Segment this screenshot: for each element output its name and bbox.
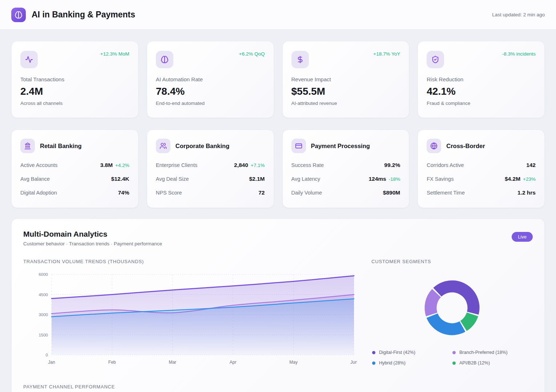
metric-row: Avg Latency 124ms-18% bbox=[291, 172, 400, 186]
metric-label: Settlement Time bbox=[427, 190, 465, 196]
customer-segments-donut-chart bbox=[371, 271, 533, 345]
domain-card-cross-border: Cross-Border Corridors Active 142 FX Sav… bbox=[418, 130, 545, 208]
metric-label: Success Rate bbox=[291, 162, 324, 168]
kpi-delta: +6.2% QoQ bbox=[239, 51, 265, 57]
kpi-row: +12.3% MoM Total Transactions 2.4M Acros… bbox=[11, 41, 545, 118]
page-title: AI in Banking & Payments bbox=[32, 10, 135, 20]
kpi-card-risk-reduction: -8.3% incidents Risk Reduction 42.1% Fra… bbox=[418, 41, 545, 118]
domain-card-retail-banking: Retail Banking Active Accounts 3.8M+4.2%… bbox=[11, 130, 138, 208]
legend-item: Hybrid (28%) bbox=[372, 360, 452, 366]
metric-value: 2,840 bbox=[234, 162, 248, 168]
kpi-label: AI Automation Rate bbox=[156, 76, 265, 82]
metric-value: 3.8M bbox=[100, 162, 113, 168]
metric-delta: -18% bbox=[389, 176, 400, 182]
kpi-value: 42.1% bbox=[427, 86, 536, 97]
metric-value: 124ms bbox=[368, 176, 386, 182]
activity-icon bbox=[20, 51, 38, 68]
metric-label: Enterprise Clients bbox=[156, 162, 197, 168]
metric-row: Settlement Time 1.2 hrs bbox=[427, 186, 536, 200]
last-updated-text: Last updated: 2 min ago bbox=[492, 12, 545, 17]
metric-delta: +7.1% bbox=[251, 163, 265, 168]
svg-text:Jun: Jun bbox=[350, 360, 357, 365]
dollar-icon bbox=[291, 51, 309, 68]
domain-card-corporate-banking: Corporate Banking Enterprise Clients 2,8… bbox=[147, 130, 274, 208]
metric-row: Success Rate 99.2% bbox=[291, 158, 400, 172]
svg-text:1500: 1500 bbox=[39, 333, 48, 337]
metric-label: Avg Latency bbox=[291, 176, 321, 182]
brain-icon bbox=[156, 51, 173, 68]
metric-delta: +23% bbox=[523, 176, 536, 182]
segments-legend: Digital-First (42%) Branch-Preferred (18… bbox=[371, 350, 533, 366]
domain-row: Retail Banking Active Accounts 3.8M+4.2%… bbox=[11, 130, 545, 208]
donut-chart-section-title: CUSTOMER SEGMENTS bbox=[371, 259, 533, 264]
metric-value: 1.2 hrs bbox=[517, 189, 536, 196]
metric-label: Corridors Active bbox=[427, 162, 464, 168]
domain-title: Payment Processing bbox=[311, 143, 370, 150]
analytics-subtitle: Customer behavior · Transaction trends ·… bbox=[23, 241, 162, 246]
metric-value: $4.2M bbox=[505, 176, 520, 182]
metric-value: $12.4K bbox=[111, 176, 129, 182]
kpi-value: $55.5M bbox=[291, 86, 400, 97]
metric-row: Avg Deal Size $2.1M bbox=[156, 172, 265, 186]
app-header: AI in Banking & Payments Last updated: 2… bbox=[0, 0, 556, 30]
metric-row: FX Savings $4.2M+23% bbox=[427, 172, 536, 186]
metric-label: FX Savings bbox=[427, 176, 454, 182]
kpi-value: 2.4M bbox=[20, 86, 129, 97]
svg-text:6000: 6000 bbox=[39, 272, 48, 277]
svg-text:Feb: Feb bbox=[108, 360, 116, 365]
svg-text:May: May bbox=[289, 360, 298, 365]
legend-label: Digital-First (42%) bbox=[379, 350, 415, 355]
metric-label: Avg Balance bbox=[20, 176, 50, 182]
metric-row: Daily Volume $890M bbox=[291, 186, 400, 200]
metric-label: Active Accounts bbox=[20, 162, 57, 168]
bank-icon bbox=[20, 139, 35, 153]
kpi-delta: -8.3% incidents bbox=[502, 51, 536, 57]
domain-title: Retail Banking bbox=[40, 143, 82, 150]
kpi-delta: +18.7% YoY bbox=[373, 51, 400, 57]
metric-value: $2.1M bbox=[249, 176, 265, 182]
svg-text:3000: 3000 bbox=[39, 313, 48, 317]
svg-text:Jan: Jan bbox=[48, 360, 55, 365]
legend-dot bbox=[372, 351, 375, 354]
kpi-card-revenue-impact: +18.7% YoY Revenue Impact $55.5M AI-attr… bbox=[282, 41, 410, 118]
metric-row: Enterprise Clients 2,840+7.1% bbox=[156, 158, 265, 172]
legend-dot bbox=[452, 362, 456, 365]
shield-check-icon bbox=[427, 51, 444, 68]
kpi-label: Revenue Impact bbox=[291, 76, 400, 82]
metric-row: Digital Adoption 74% bbox=[20, 186, 129, 200]
kpi-label: Risk Reduction bbox=[427, 76, 536, 82]
kpi-value: 78.4% bbox=[156, 86, 265, 97]
users-icon bbox=[156, 139, 170, 153]
metric-label: Daily Volume bbox=[291, 190, 322, 196]
svg-text:0: 0 bbox=[46, 353, 48, 357]
metric-label: Digital Adoption bbox=[20, 190, 57, 196]
metric-row: Avg Balance $12.4K bbox=[20, 172, 129, 186]
kpi-subtitle: Fraud & compliance bbox=[427, 101, 536, 106]
globe-icon bbox=[427, 139, 441, 153]
kpi-card-ai-automation-rate: +6.2% QoQ AI Automation Rate 78.4% End-t… bbox=[147, 41, 274, 118]
legend-item: Digital-First (42%) bbox=[372, 350, 452, 355]
metric-row: Corridors Active 142 bbox=[427, 158, 536, 172]
legend-label: API/B2B (12%) bbox=[459, 360, 490, 366]
metric-value: 74% bbox=[118, 189, 129, 196]
kpi-subtitle: AI-attributed revenue bbox=[291, 101, 400, 106]
metric-delta: +4.2% bbox=[115, 163, 129, 168]
svg-text:4500: 4500 bbox=[39, 293, 48, 297]
domain-title: Corporate Banking bbox=[176, 143, 230, 150]
payment-channel-section-title: PAYMENT CHANNEL PERFORMANCE bbox=[23, 384, 533, 389]
domain-title: Cross-Border bbox=[446, 143, 485, 150]
metric-label: NPS Score bbox=[156, 190, 182, 196]
line-chart-section-title: TRANSACTION VOLUME TRENDS (THOUSANDS) bbox=[23, 259, 357, 264]
metric-value: $890M bbox=[383, 189, 400, 196]
metric-value: 142 bbox=[526, 162, 536, 168]
legend-item: API/B2B (12%) bbox=[452, 360, 533, 366]
transaction-volume-area-chart: 01500300045006000JanFebMarAprMayJun bbox=[23, 269, 357, 369]
brain-logo-icon bbox=[11, 8, 26, 22]
dashboard-main: +12.3% MoM Total Transactions 2.4M Acros… bbox=[0, 41, 556, 392]
legend-label: Branch-Preferred (18%) bbox=[459, 350, 508, 355]
metric-row: NPS Score 72 bbox=[156, 186, 265, 200]
metric-label: Avg Deal Size bbox=[156, 176, 189, 182]
kpi-card-total-transactions: +12.3% MoM Total Transactions 2.4M Acros… bbox=[11, 41, 138, 118]
legend-dot bbox=[452, 351, 456, 354]
legend-dot bbox=[372, 362, 375, 365]
